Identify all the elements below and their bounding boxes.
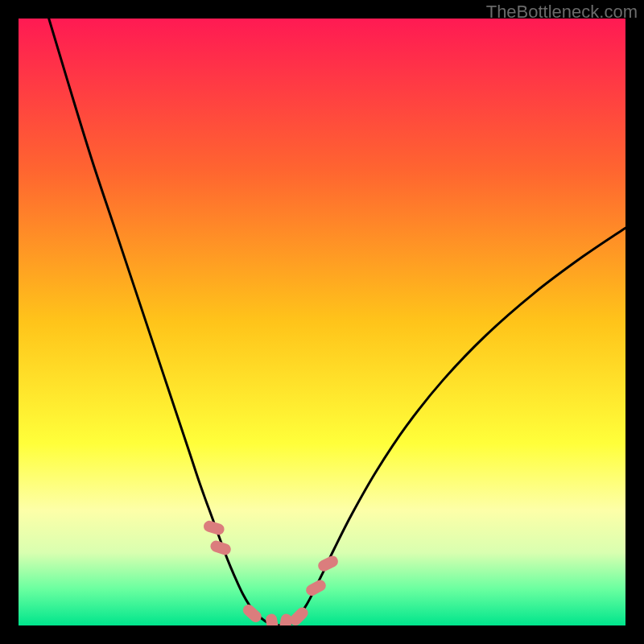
chart-svg: [19, 19, 625, 625]
gradient-background: [19, 19, 625, 625]
plot-area: [19, 19, 625, 625]
chart-frame: TheBottleneck.com: [0, 0, 644, 644]
